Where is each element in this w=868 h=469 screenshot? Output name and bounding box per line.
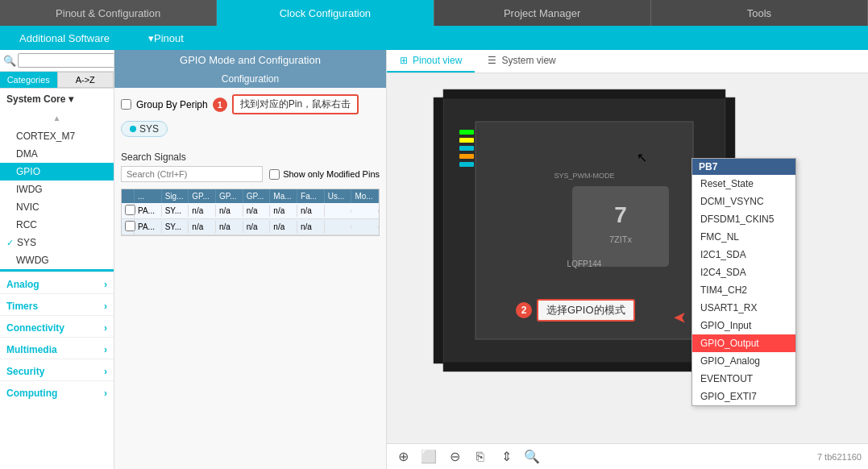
tab-pinout-view[interactable]: ⊞ Pinout view — [387, 50, 475, 73]
sidebar-section-analog[interactable]: Analog › — [0, 272, 114, 293]
main-layout: 🔍 Categories A->Z System Core ▾ ▲ CORTEX… — [0, 50, 868, 469]
sidebar-scroll-up: ▲ — [0, 108, 114, 127]
sidebar-search-input[interactable] — [18, 53, 114, 68]
show-modified-checkbox[interactable] — [269, 169, 280, 180]
computing-chevron: › — [104, 388, 107, 399]
search-chip-icon: 🔍 — [524, 449, 540, 464]
td-mo-2 — [351, 226, 379, 229]
zoom-out-icon: ⊖ — [450, 449, 460, 464]
menu-item-i2c4[interactable]: I2C4_SDA — [692, 264, 795, 281]
sidebar-section-computing[interactable]: Computing › — [0, 380, 114, 402]
zoom-in-button[interactable]: ⊕ — [393, 447, 413, 467]
sidebar-item-iwdg[interactable]: IWDG — [0, 181, 114, 198]
td-ma-2: n/a — [270, 221, 297, 233]
menu-item-usart1[interactable]: USART1_RX — [692, 299, 795, 317]
sidebar-item-cortex-m7[interactable]: CORTEX_M7 — [0, 127, 114, 145]
tab-az[interactable]: A->Z — [57, 72, 114, 88]
search-signals-label: Search Signals — [121, 151, 380, 163]
system-core-label: System Core — [6, 93, 65, 105]
svg-text:7: 7 — [614, 202, 627, 227]
sidebar-item-rcc[interactable]: RCC — [0, 216, 114, 234]
frame-icon: ⬜ — [421, 449, 437, 464]
td-fa-2: n/a — [297, 221, 325, 233]
tab-categories[interactable]: Categories — [0, 72, 57, 88]
nav-project-manager[interactable]: Project Manager — [434, 0, 651, 26]
td-gp3-2: n/a — [243, 221, 271, 233]
menu-item-fmc[interactable]: FMC_NL — [692, 228, 795, 246]
sidebar-item-wwdg[interactable]: WWDG — [0, 251, 114, 269]
search-chip-button[interactable]: 🔍 — [522, 447, 542, 467]
bottom-toolbar: ⊕ ⬜ ⊖ ⎘ ⇕ 🔍 7 tb621160 — [387, 443, 868, 469]
menu-item-eventout[interactable]: EVENTOUT — [692, 370, 795, 388]
zoom-out-button[interactable]: ⊖ — [445, 447, 464, 467]
menu-item-i2c1[interactable]: I2C1_SDA — [692, 246, 795, 264]
menu-item-gpio-exti[interactable]: GPIO_EXTI7 — [692, 388, 795, 405]
system-core-arrow: ▾ — [69, 93, 73, 105]
table-row: PA... SY... n/a n/a n/a n/a n/a — [122, 203, 379, 219]
sidebar-section-connectivity[interactable]: Connectivity › — [0, 315, 114, 337]
nav-additional-software[interactable]: Additional Software — [0, 26, 129, 50]
copy-button[interactable]: ⎘ — [471, 447, 490, 467]
category-tabs: Categories A->Z — [0, 72, 114, 89]
th-2: GP... — [189, 189, 216, 203]
sidebar: 🔍 Categories A->Z System Core ▾ ▲ CORTEX… — [0, 50, 114, 469]
menu-item-gpio-analog[interactable]: GPIO_Analog — [692, 352, 795, 370]
sidebar-section-timers[interactable]: Timers › — [0, 293, 114, 315]
td-ma-1: n/a — [270, 205, 297, 217]
sidebar-items: System Core ▾ ▲ CORTEX_M7 DMA GPIO IWDG … — [0, 89, 114, 469]
config-body: Group By Periph 1 找到对应的Pin，鼠标右击 SYS Sear… — [114, 88, 386, 243]
td-gp2-2: n/a — [216, 221, 243, 233]
nav-clock-config[interactable]: Clock Configuration — [217, 0, 434, 26]
sidebar-item-dma[interactable]: DMA — [0, 145, 114, 163]
show-modified-label: Show only Modified Pins — [269, 169, 380, 180]
td-check-1 — [122, 203, 135, 218]
zoom-in-icon: ⊕ — [398, 449, 409, 464]
nav-tools[interactable]: Tools — [651, 0, 868, 26]
timers-chevron: › — [104, 301, 107, 312]
nav-pinout-config[interactable]: Pinout & Configuration — [0, 0, 217, 26]
chip-area: 7 7ZITx LQFP144 SYS_PWM-MODE 2 选择GPIO的模式… — [387, 73, 868, 443]
td-name-1: PA... — [135, 205, 162, 217]
search-signals-row: Show only Modified Pins — [121, 166, 380, 182]
red-arrow: ➤ — [673, 309, 687, 328]
config-title: Configuration — [114, 70, 386, 88]
step2-container: 2 选择GPIO的模式 — [516, 299, 635, 322]
sidebar-item-sys[interactable]: SYS — [0, 234, 114, 251]
search-signals-input[interactable] — [121, 166, 263, 182]
pinout-view-icon: ⊞ — [400, 55, 408, 66]
group-by-checkbox[interactable] — [121, 99, 131, 110]
group-by-row: Group By Periph 1 找到对应的Pin，鼠标右击 — [121, 94, 380, 114]
svg-rect-11 — [459, 138, 474, 143]
menu-item-gpio-input[interactable]: GPIO_Input — [692, 317, 795, 334]
frame-button[interactable]: ⬜ — [419, 447, 438, 467]
menu-item-dfsdm[interactable]: DFSDM1_CKIN5 — [692, 210, 795, 228]
table-row: PA... SY... n/a n/a n/a n/a n/a — [122, 219, 379, 235]
step1-annotation: 找到对应的Pin，鼠标右击 — [232, 94, 359, 114]
right-panel: ⊞ Pinout view ☰ System view — [387, 50, 868, 469]
tab-system-view[interactable]: ☰ System view — [475, 50, 568, 73]
sidebar-section-multimedia[interactable]: Multimedia › — [0, 337, 114, 359]
th-5: Ma... — [270, 189, 297, 203]
sidebar-item-nvic[interactable]: NVIC — [0, 198, 114, 216]
menu-item-dcmi[interactable]: DCMI_VSYNC — [692, 193, 795, 210]
svg-rect-14 — [459, 162, 474, 167]
menu-item-reset[interactable]: Reset_State — [692, 175, 795, 193]
th-3: GP... — [216, 189, 243, 203]
td-sig-1: SY... — [162, 205, 189, 217]
sys-badge: SYS — [121, 121, 168, 137]
table-header: ... Sig... GP... GP... GP... Ma... Fa...… — [122, 189, 379, 203]
move-icon: ⇕ — [501, 449, 512, 464]
menu-item-gpio-output[interactable]: GPIO_Output — [692, 334, 795, 352]
sidebar-section-security[interactable]: Security › — [0, 359, 114, 380]
sidebar-group-system-core[interactable]: System Core ▾ — [0, 89, 114, 108]
td-check-2 — [122, 219, 135, 234]
context-menu-header: PB7 — [692, 159, 795, 175]
svg-text:LQFP144: LQFP144 — [567, 259, 602, 268]
signals-table: ... Sig... GP... GP... GP... Ma... Fa...… — [121, 189, 380, 236]
right-panel-tabs: ⊞ Pinout view ☰ System view — [387, 50, 868, 73]
move-button[interactable]: ⇕ — [496, 447, 516, 467]
menu-item-tim4[interactable]: TIM4_CH2 — [692, 281, 795, 299]
copy-icon: ⎘ — [476, 450, 484, 464]
nav-pinout[interactable]: ▾ Pinout — [129, 26, 203, 50]
sidebar-item-gpio[interactable]: GPIO — [0, 163, 114, 181]
